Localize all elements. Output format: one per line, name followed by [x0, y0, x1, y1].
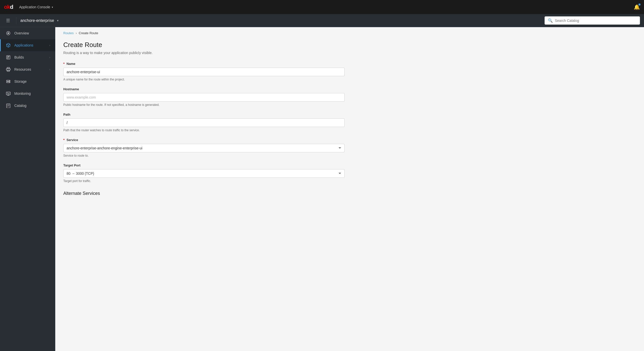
resources-chevron: ›: [49, 68, 50, 71]
sidebar-item-overview[interactable]: Overview: [0, 27, 55, 39]
hamburger-menu-button[interactable]: ☰: [4, 17, 12, 24]
project-dropdown-button[interactable]: ▾: [57, 19, 59, 22]
target-port-help-text: Target port for traffic.: [63, 179, 636, 183]
service-required-marker: *: [63, 138, 65, 142]
sidebar-item-builds[interactable]: Builds ›: [0, 51, 55, 63]
notification-dot: [638, 4, 640, 6]
svg-point-11: [9, 82, 10, 82]
monitoring-icon: [6, 91, 11, 96]
path-label: Path: [63, 113, 636, 116]
breadcrumb-current: Create Route: [79, 31, 98, 35]
path-label-text: Path: [63, 113, 70, 116]
applications-icon: [6, 43, 11, 48]
bell-icon[interactable]: 🔔: [634, 4, 640, 10]
svg-rect-5: [6, 69, 10, 70]
svg-rect-7: [7, 70, 10, 71]
svg-rect-6: [7, 67, 10, 68]
svg-point-10: [9, 80, 10, 81]
sidebar-builds-label: Builds: [14, 55, 46, 59]
nav-divider: [16, 17, 16, 24]
app-console-label: Application Console: [19, 5, 50, 9]
sidebar-storage-label: Storage: [14, 79, 50, 83]
service-label-text: Service: [67, 138, 78, 142]
page-subtitle: Routing is a way to make your applicatio…: [63, 51, 636, 55]
sidebar-monitoring-label: Monitoring: [14, 92, 50, 96]
sidebar: Overview Applications › Builds ›: [0, 27, 55, 351]
svg-rect-3: [7, 56, 9, 57]
page-title: Create Route: [63, 41, 636, 49]
builds-chevron: ›: [49, 56, 50, 59]
search-catalog-wrapper: 🔍: [545, 16, 640, 25]
hostname-label-text: Hostname: [63, 87, 79, 91]
search-icon: 🔍: [548, 18, 553, 23]
project-name: anchore-enterprise: [20, 18, 54, 23]
sidebar-resources-label: Resources: [14, 67, 46, 71]
target-port-label: Target Port: [63, 163, 636, 167]
content-area: Routes › Create Route Create Route Routi…: [55, 27, 644, 351]
name-required-marker: *: [63, 62, 65, 66]
okd-logo[interactable]: okd: [4, 4, 13, 10]
path-field-group: Path Path that the router watches to rou…: [63, 113, 636, 132]
builds-icon: [6, 55, 11, 60]
service-field-group: * Service anchore-enterprise-anchore-eng…: [63, 138, 636, 157]
breadcrumb-separator: ›: [76, 31, 77, 35]
breadcrumb: Routes › Create Route: [55, 27, 644, 37]
storage-icon: [6, 79, 11, 84]
sidebar-item-monitoring[interactable]: Monitoring: [0, 87, 55, 100]
hostname-field-group: Hostname Public hostname for the route. …: [63, 87, 636, 107]
svg-point-1: [8, 32, 9, 34]
top-navigation: okd Application Console ▾ 🔔: [0, 0, 644, 14]
app-console-chevron: ▾: [52, 6, 53, 9]
name-label: * Name: [63, 62, 636, 66]
target-port-label-text: Target Port: [63, 163, 80, 167]
breadcrumb-routes-link[interactable]: Routes: [63, 31, 74, 35]
name-label-text: Name: [67, 62, 75, 66]
main-layout: Overview Applications › Builds ›: [0, 27, 644, 351]
alternate-services-section: Alternate Services: [63, 189, 636, 196]
catalog-icon: [6, 103, 11, 108]
sidebar-item-applications[interactable]: Applications ›: [0, 39, 55, 51]
service-label: * Service: [63, 138, 636, 142]
path-help-text: Path that the router watches to route tr…: [63, 128, 636, 132]
applications-chevron: ›: [49, 44, 50, 47]
overview-icon: [6, 31, 11, 36]
svg-rect-4: [7, 58, 9, 58]
target-port-select[interactable]: 80 → 3000 (TCP): [63, 169, 345, 178]
page-content: Create Route Routing is a way to make yo…: [55, 37, 644, 214]
hostname-help-text: Public hostname for the route. If not sp…: [63, 103, 636, 107]
name-help-text: A unique name for the route within the p…: [63, 78, 636, 81]
project-navigation: ☰ anchore-enterprise ▾ 🔍: [0, 14, 644, 27]
app-console-button[interactable]: Application Console ▾: [17, 4, 55, 10]
service-select[interactable]: anchore-enterprise-anchore-engine-enterp…: [63, 144, 345, 152]
sidebar-item-resources[interactable]: Resources ›: [0, 63, 55, 75]
name-input[interactable]: [63, 68, 345, 76]
hostname-label: Hostname: [63, 87, 636, 91]
sidebar-item-storage[interactable]: Storage: [0, 75, 55, 87]
svg-rect-13: [7, 104, 10, 108]
sidebar-applications-label: Applications: [14, 43, 46, 47]
project-dropdown-chevron: ▾: [57, 19, 59, 22]
hostname-input[interactable]: [63, 93, 345, 102]
resources-icon: [6, 67, 11, 72]
sidebar-overview-label: Overview: [14, 31, 50, 35]
search-catalog-input[interactable]: [555, 19, 637, 23]
service-help-text: Service to route to.: [63, 154, 636, 157]
svg-rect-2: [7, 56, 10, 59]
sidebar-item-catalog[interactable]: Catalog: [0, 100, 55, 112]
alternate-services-title: Alternate Services: [63, 189, 636, 196]
name-field-group: * Name A unique name for the route withi…: [63, 62, 636, 81]
sidebar-catalog-label: Catalog: [14, 104, 50, 108]
path-input[interactable]: [63, 118, 345, 127]
target-port-field-group: Target Port 80 → 3000 (TCP) Target port …: [63, 163, 636, 183]
